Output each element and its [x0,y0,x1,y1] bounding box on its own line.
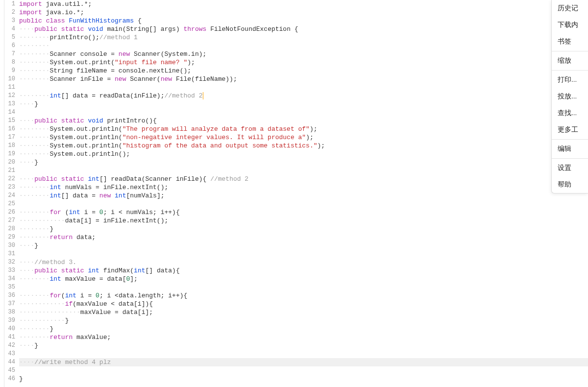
indent-guide: ···· [19,175,34,183]
token-kw: for [49,209,61,216]
code-line[interactable]: ····} [19,341,588,350]
code-line[interactable]: ········System.out.println("The program … [19,125,588,133]
code-line[interactable]: import java.util.*; [19,0,588,8]
code-line[interactable]: ········int maxValue = data[0]; [19,275,588,283]
menu-separator [552,158,588,159]
code-line[interactable]: ····//method 3. [19,258,588,266]
code-line[interactable] [19,108,588,117]
token-def: i = [80,209,99,216]
code-line[interactable] [19,83,588,92]
menu-item[interactable]: 历史记 [552,0,588,17]
code-line[interactable]: ········System.out.println("histogram of… [19,142,588,150]
line-number: 19 [4,150,15,158]
indent-guide: ········ [19,42,49,49]
code-line[interactable]: ····} [19,100,588,108]
code-line[interactable]: ············data[i] = inFile.nextInt(); [19,217,588,225]
line-number: 42 [4,341,15,350]
menu-item[interactable]: 编辑 [552,141,588,157]
code-line[interactable]: ········ [19,42,588,50]
code-line[interactable]: ········int numVals = inFile.nextInt(); [19,183,588,192]
code-line[interactable]: ········String fileName = console.nextLi… [19,67,588,75]
code-line[interactable]: ····public static int findMax(int[] data… [19,266,588,275]
code-line[interactable]: ········System.out.println(); [19,150,588,158]
code-line[interactable]: ········for (int i = 0; i < numVals; i++… [19,208,588,217]
code-line[interactable]: ········int[] data = new int[numVals]; [19,192,588,200]
code-line[interactable] [19,250,588,258]
menu-item[interactable]: 更多工 [552,121,588,138]
line-number: 39 [4,316,15,325]
code-line[interactable] [19,350,588,358]
token-def: System.out.print( [49,59,115,66]
code-line[interactable]: ········System.out.println("non-negative… [19,133,588,142]
code-line[interactable]: ········for(int i = 0; i <data.length; i… [19,291,588,300]
token-kw2: int [134,267,145,274]
code-line[interactable]: ····public static int[] readData(Scanner… [19,175,588,183]
code-line[interactable]: ········} [19,325,588,333]
token-kw: throws [184,25,207,33]
line-number: 3 [4,17,15,25]
code-area[interactable]: import java.util.*;import java.io.*;publ… [19,0,588,387]
menu-separator [552,51,588,51]
code-line[interactable]: ········} [19,225,588,233]
token-kw2: int [69,209,80,216]
code-line[interactable]: ········int[] data = readData(inFile);//… [19,92,588,100]
code-line[interactable]: public class FunWithHistograms { [19,17,588,25]
token-def: System.out.println(); [49,150,130,158]
menu-item[interactable]: 设置 [552,160,588,176]
token-def: maxValue; [73,334,111,341]
browser-context-menu[interactable]: 历史记下载内书签缩放打印...投放...查找...更多工编辑设置帮助 [551,0,588,194]
token-def: } [49,225,53,233]
code-editor[interactable]: 1234567891011121314151617181920212223242… [4,0,588,387]
code-line[interactable]: ········Scanner console = new Scanner(Sy… [19,50,588,58]
code-line[interactable]: ····} [19,158,588,167]
code-line[interactable]: ········Scanner inFile = new Scanner(new… [19,75,588,83]
code-line[interactable] [19,366,588,375]
code-line[interactable]: ········printIntro();//method 1 [19,33,588,42]
line-number: 36 [4,291,15,300]
menu-item[interactable]: 书签 [552,33,588,50]
menu-item[interactable]: 帮助 [552,176,588,193]
code-line[interactable]: ····public static void main(String[] arg… [19,25,588,33]
code-line[interactable]: ········return maxValue; [19,333,588,341]
indent-guide: ············ [19,217,65,224]
token-def: data; [73,234,96,241]
menu-item[interactable]: 打印... [552,72,588,88]
code-line[interactable] [19,283,588,291]
code-line[interactable]: ····public static void printIntro(){ [19,117,588,125]
code-line[interactable] [19,167,588,175]
indent-guide: ········ [19,92,49,99]
line-number: 10 [4,75,15,83]
menu-item[interactable]: 查找... [552,105,588,121]
line-number: 41 [4,333,15,341]
code-line[interactable]: ····} [19,242,588,250]
token-def: File(fileName)); [172,75,237,83]
menu-item[interactable]: 下载内 [552,17,588,33]
code-line[interactable]: } [19,375,588,383]
code-line[interactable]: ········System.out.print("input file nam… [19,58,588,67]
token-def: Scanner inFile = [49,75,115,83]
indent-guide: ········ [19,50,49,58]
code-line[interactable]: ················maxValue = data[i]; [19,308,588,316]
code-line[interactable]: ········return data; [19,233,588,242]
line-number: 25 [4,200,15,208]
line-number: 31 [4,250,15,258]
code-line[interactable]: ············if(maxValue < data[i]){ [19,300,588,308]
token-kw: public [34,25,57,33]
token-def [57,25,61,33]
token-kw: new [115,75,126,83]
code-line[interactable]: import java.io.*; [19,8,588,17]
menu-item[interactable]: 缩放 [552,52,588,69]
token-def [57,175,61,183]
line-number: 23 [4,183,15,192]
token-def: data[i] = inFile.nextInt(); [65,217,169,224]
code-line[interactable] [19,200,588,208]
line-number: 2 [4,8,15,17]
code-line[interactable]: ····//write method 4 plz [19,358,588,366]
indent-guide: ········ [19,125,49,133]
token-kw2: int [88,175,99,183]
menu-item[interactable]: 投放... [552,88,588,105]
code-line[interactable]: ············} [19,316,588,325]
token-def: printIntro(); [49,34,99,41]
line-number: 21 [4,167,15,175]
indent-guide: ···· [19,342,34,349]
